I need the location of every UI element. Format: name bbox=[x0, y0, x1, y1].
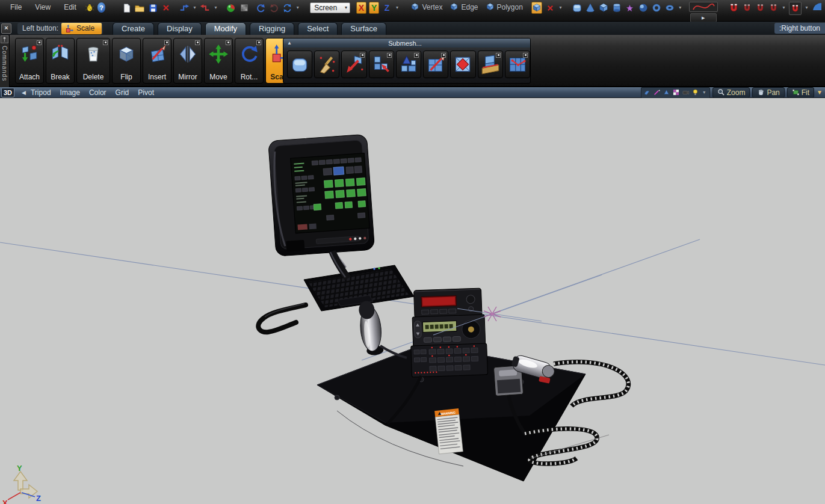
tube-primitive-icon[interactable] bbox=[664, 2, 675, 14]
curve-draw-tool[interactable] bbox=[689, 2, 718, 12]
cut-edges-button[interactable] bbox=[423, 51, 448, 78]
checker-texture-icon[interactable] bbox=[672, 88, 680, 96]
tab-display[interactable]: Display bbox=[158, 22, 202, 35]
solid-view-icon[interactable] bbox=[663, 88, 670, 96]
snap-edge-magnet-icon[interactable] bbox=[755, 2, 765, 14]
snap-vertex-magnet-icon[interactable] bbox=[742, 2, 753, 14]
shaded-view-icon[interactable] bbox=[643, 88, 651, 96]
mirror-button[interactable]: Mirror bbox=[173, 38, 202, 84]
shifter-handle[interactable] bbox=[358, 300, 384, 357]
primitives-dropdown-icon[interactable]: ▾ bbox=[678, 2, 683, 14]
axis-y-button[interactable]: Y bbox=[369, 2, 379, 14]
cylinder-primitive-icon[interactable] bbox=[611, 2, 622, 14]
delete-icon[interactable] bbox=[161, 2, 171, 14]
collapse-faces-button[interactable] bbox=[341, 51, 366, 78]
attach-button[interactable]: Attach bbox=[15, 38, 44, 84]
menu-file[interactable]: File bbox=[5, 2, 27, 13]
coordinate-space-dropdown[interactable]: Screen ▾ bbox=[310, 2, 350, 13]
fill-polygon-button[interactable] bbox=[450, 51, 475, 78]
back-chevron-icon[interactable]: ◀ bbox=[22, 90, 26, 96]
extrude-button[interactable] bbox=[396, 51, 421, 78]
delete-button[interactable]: Delete bbox=[76, 38, 110, 84]
viewport-menu-image[interactable]: Image bbox=[60, 88, 80, 97]
camera-icon[interactable] bbox=[682, 88, 690, 96]
axis-x-button[interactable]: X bbox=[356, 2, 366, 14]
tab-modify[interactable]: Modify bbox=[205, 22, 246, 35]
expand-corner-icon[interactable] bbox=[360, 53, 365, 58]
snap-settings-dropdown-icon[interactable]: ▾ bbox=[804, 2, 809, 14]
tab-rigging[interactable]: Rigging bbox=[250, 22, 294, 35]
help-icon[interactable]: ? bbox=[97, 2, 106, 13]
rotate-button[interactable]: Rot... bbox=[235, 38, 264, 84]
save-icon[interactable] bbox=[147, 2, 158, 14]
axis-dropdown-icon[interactable]: ▾ bbox=[395, 2, 400, 14]
expand-corner-icon[interactable] bbox=[496, 53, 501, 58]
new-file-icon[interactable] bbox=[121, 2, 132, 14]
viewport-menu-tripod[interactable]: Tripod bbox=[31, 88, 51, 97]
select-polygon-button[interactable]: Polygon bbox=[483, 2, 525, 12]
expand-corner-icon[interactable] bbox=[103, 40, 108, 45]
snap-grid-magnet-icon[interactable] bbox=[768, 2, 779, 14]
viewport-menu-pivot[interactable]: Pivot bbox=[138, 88, 154, 97]
zoom-button[interactable]: Zoom bbox=[712, 87, 750, 98]
export-dropdown-icon[interactable]: ▾ bbox=[213, 2, 218, 14]
move-button[interactable]: Move bbox=[204, 38, 233, 84]
collapse-icon[interactable]: ▲ bbox=[287, 40, 292, 46]
viewport-options-chevron-icon[interactable]: ▼ bbox=[817, 89, 823, 96]
viewport-type-label[interactable]: 3D bbox=[1, 88, 14, 97]
axis-z-button[interactable]: Z bbox=[382, 2, 392, 14]
paint-selection-button[interactable] bbox=[314, 51, 339, 78]
torus-primitive-icon[interactable] bbox=[651, 2, 662, 14]
viewport-menu-color[interactable]: Color bbox=[89, 88, 107, 97]
left-button-tool[interactable]: Scale bbox=[61, 23, 102, 34]
history-dropdown-icon[interactable]: ▾ bbox=[295, 2, 300, 14]
point-edit-mode-button[interactable] bbox=[531, 2, 542, 14]
menu-edit[interactable]: Edit bbox=[58, 2, 82, 13]
soft-selection-button[interactable] bbox=[545, 2, 555, 14]
subdivide-button[interactable] bbox=[287, 51, 312, 78]
extract-faces-button[interactable] bbox=[369, 51, 394, 78]
debug-bug-icon[interactable] bbox=[84, 2, 95, 14]
pan-button[interactable]: Pan bbox=[752, 87, 784, 98]
light-bulb-icon[interactable] bbox=[691, 88, 699, 96]
undo-icon[interactable] bbox=[256, 2, 267, 14]
snap-settings-button[interactable] bbox=[789, 2, 802, 15]
material-icon[interactable] bbox=[239, 2, 250, 14]
cone-primitive-icon[interactable] bbox=[585, 2, 596, 14]
expand-corner-icon[interactable] bbox=[441, 53, 446, 58]
tab-select[interactable]: Select bbox=[298, 22, 338, 35]
tab-surface[interactable]: Surface bbox=[341, 22, 386, 35]
close-panel-button[interactable]: × bbox=[1, 23, 11, 34]
viewport-menu-grid[interactable]: Grid bbox=[116, 88, 129, 97]
expand-corner-icon[interactable] bbox=[523, 53, 528, 58]
wireframe-pen-icon[interactable] bbox=[653, 88, 661, 96]
insert-button[interactable]: Insert bbox=[143, 38, 171, 84]
import-icon[interactable] bbox=[179, 2, 190, 14]
viewport-3d[interactable]: WARNING bbox=[0, 98, 825, 504]
display-dropdown-icon[interactable]: ▾ bbox=[701, 88, 708, 97]
select-vertex-button[interactable]: Vertex bbox=[408, 2, 445, 12]
right-button-label[interactable]: :Right button bbox=[774, 23, 825, 34]
open-folder-icon[interactable] bbox=[134, 2, 145, 14]
pin-icon[interactable] bbox=[1, 35, 8, 43]
refresh-icon[interactable] bbox=[282, 2, 292, 14]
snap-magnet-icon[interactable] bbox=[729, 2, 740, 14]
import-dropdown-icon[interactable]: ▾ bbox=[192, 2, 197, 14]
sphere-primitive-icon[interactable] bbox=[638, 2, 649, 14]
rounded-cube-primitive-icon[interactable] bbox=[572, 2, 582, 14]
fit-button[interactable]: Fit bbox=[787, 87, 814, 98]
selection-dropdown-icon[interactable]: ▾ bbox=[558, 2, 563, 14]
export-icon[interactable] bbox=[200, 2, 211, 14]
menu-view[interactable]: View bbox=[29, 2, 56, 13]
flip-button[interactable]: Flip bbox=[112, 38, 141, 84]
cube-primitive-icon[interactable] bbox=[598, 2, 609, 14]
expand-corner-icon[interactable] bbox=[387, 53, 392, 58]
select-edge-button[interactable]: Edge bbox=[447, 2, 480, 12]
snap-dropdown-icon[interactable]: ▾ bbox=[781, 2, 786, 14]
scale-pivot-marker[interactable] bbox=[484, 307, 501, 321]
render-icon[interactable] bbox=[226, 2, 236, 14]
redo-icon[interactable] bbox=[269, 2, 280, 14]
bevel-button[interactable] bbox=[478, 51, 503, 78]
submesh-header[interactable]: ▲ Submesh... bbox=[283, 38, 530, 48]
radio-stack[interactable] bbox=[409, 288, 488, 377]
